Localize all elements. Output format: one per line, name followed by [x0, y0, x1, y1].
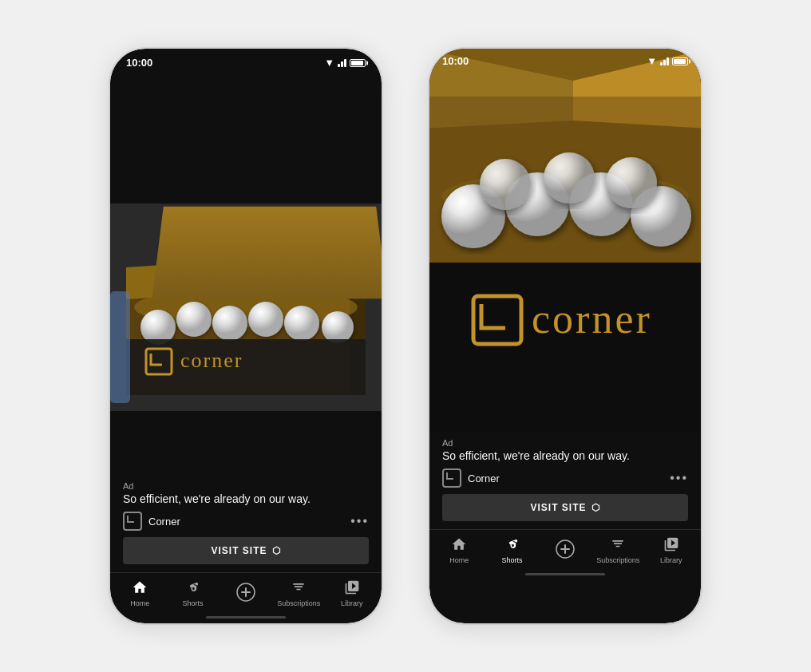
dark-top-area — [110, 72, 382, 183]
video-svg-large: corner — [429, 49, 701, 432]
nav-library-2[interactable]: Library — [649, 536, 693, 564]
subscriptions-icon-2 — [610, 536, 626, 555]
ad-brand-left-1: Corner — [123, 512, 180, 531]
ad-brand-left-2: Corner — [442, 468, 500, 488]
home-icon-2 — [451, 536, 467, 555]
home-icon-1 — [132, 579, 148, 598]
nav-shorts-2[interactable]: Shorts — [490, 536, 534, 564]
nav-subs-label-2: Subscriptions — [596, 556, 639, 564]
ad-brand-row-2: Corner ••• — [442, 468, 688, 488]
more-options-2[interactable]: ••• — [670, 471, 688, 485]
brand-icon-2 — [442, 468, 461, 488]
nav-shorts-label-2: Shorts — [502, 556, 523, 564]
nav-library-1[interactable]: Library — [330, 579, 374, 607]
subscriptions-icon-1 — [291, 579, 307, 598]
shorts-icon-2 — [504, 536, 520, 555]
status-time-2: 10:00 — [442, 55, 469, 67]
ad-info-1: Ad So efficient, we're already on our wa… — [110, 475, 382, 572]
nav-create-1[interactable] — [224, 583, 267, 604]
video-area-2[interactable]: 10:00 ▼ — [429, 49, 701, 432]
phone-1-frame: 10:00 ▼ — [110, 49, 382, 623]
battery-icon-2 — [672, 57, 688, 65]
svg-point-10 — [248, 302, 283, 337]
visit-site-btn-2[interactable]: VISIT SITE ⬡ — [442, 494, 688, 521]
status-bar-1: 10:00 ▼ — [110, 49, 382, 72]
svg-point-9 — [212, 306, 247, 341]
status-icons-2: ▼ — [647, 55, 688, 67]
video-area-1[interactable]: corner — [110, 204, 382, 411]
svg-rect-34 — [429, 263, 701, 432]
status-time-1: 10:00 — [126, 57, 152, 69]
svg-point-12 — [322, 311, 354, 343]
nav-create-2[interactable] — [543, 540, 587, 561]
ad-tagline-1: So efficient, we're already on our way. — [123, 492, 369, 505]
battery-icon — [350, 59, 366, 67]
svg-marker-4 — [246, 259, 366, 299]
video-svg-small: corner — [110, 204, 382, 411]
nav-home-2[interactable]: Home — [437, 536, 481, 564]
corner-video-small: corner — [110, 204, 382, 411]
nav-home-label-2: Home — [449, 556, 469, 564]
brand-name-1: Corner — [148, 516, 180, 528]
brand-icon-1 — [123, 512, 142, 531]
nav-shorts-1[interactable]: Shorts — [171, 579, 215, 607]
ad-label-2: Ad — [442, 438, 688, 448]
svg-point-31 — [480, 159, 531, 210]
nav-home-1[interactable]: Home — [118, 579, 162, 607]
visit-site-label-1: VISIT SITE — [211, 545, 267, 556]
svg-rect-16 — [110, 291, 130, 403]
external-link-icon-1: ⬡ — [272, 545, 281, 556]
create-icon-2 — [556, 540, 575, 561]
library-icon-2 — [663, 536, 679, 555]
nav-library-label-1: Library — [341, 599, 363, 607]
network-down-icon-2: ▼ — [647, 55, 657, 67]
svg-point-33 — [606, 157, 657, 208]
nav-subs-label-1: Subscriptions — [277, 599, 320, 607]
home-indicator-bar-1 — [206, 616, 286, 619]
svg-text:corner: corner — [532, 296, 652, 342]
bottom-nav-2: Home Shorts — [429, 529, 701, 567]
more-options-1[interactable]: ••• — [350, 514, 369, 528]
nav-shorts-label-1: Shorts — [183, 599, 204, 607]
bottom-nav-1: Home Shorts — [110, 572, 382, 611]
external-link-icon-2: ⬡ — [591, 502, 600, 513]
ad-info-2: Ad So efficient, we're already on our wa… — [429, 432, 701, 529]
nav-subscriptions-1[interactable]: Subscriptions — [277, 579, 321, 607]
brand-name-2: Corner — [468, 472, 500, 484]
create-icon-1 — [236, 583, 255, 604]
nav-home-label-1: Home — [130, 599, 149, 607]
ad-brand-row-1: Corner ••• — [123, 512, 369, 531]
svg-point-11 — [284, 306, 319, 341]
ad-label-1: Ad — [123, 481, 369, 491]
home-indicator-2 — [429, 567, 701, 580]
status-bar-2: 10:00 ▼ — [429, 49, 701, 70]
svg-text:corner: corner — [180, 349, 243, 372]
video-thumbnail-1: corner — [110, 204, 382, 411]
nav-subscriptions-2[interactable]: Subscriptions — [596, 536, 640, 564]
phone-2-frame: 10:00 ▼ — [429, 49, 701, 623]
phone-1: 10:00 ▼ — [110, 49, 382, 623]
shorts-icon-1 — [185, 579, 201, 598]
network-down-icon: ▼ — [324, 57, 334, 69]
nav-library-label-2: Library — [660, 556, 682, 564]
home-indicator-1 — [110, 611, 382, 623]
home-indicator-bar-2 — [525, 573, 605, 575]
dark-mid-area — [110, 411, 382, 475]
phone-1-screen: 10:00 ▼ — [110, 49, 382, 623]
status-icons-1: ▼ — [324, 57, 366, 69]
visit-site-btn-1[interactable]: VISIT SITE ⬡ — [123, 537, 369, 564]
phone-2: 10:00 ▼ — [429, 49, 701, 623]
phone-2-screen: 10:00 ▼ — [429, 49, 701, 623]
svg-point-8 — [176, 302, 212, 337]
visit-site-label-2: VISIT SITE — [530, 502, 586, 513]
svg-point-32 — [544, 152, 595, 204]
library-icon-1 — [344, 579, 360, 598]
signal-icon-2 — [660, 57, 669, 65]
ad-tagline-2: So efficient, we're already on our way. — [442, 449, 688, 462]
signal-icon — [338, 58, 346, 67]
